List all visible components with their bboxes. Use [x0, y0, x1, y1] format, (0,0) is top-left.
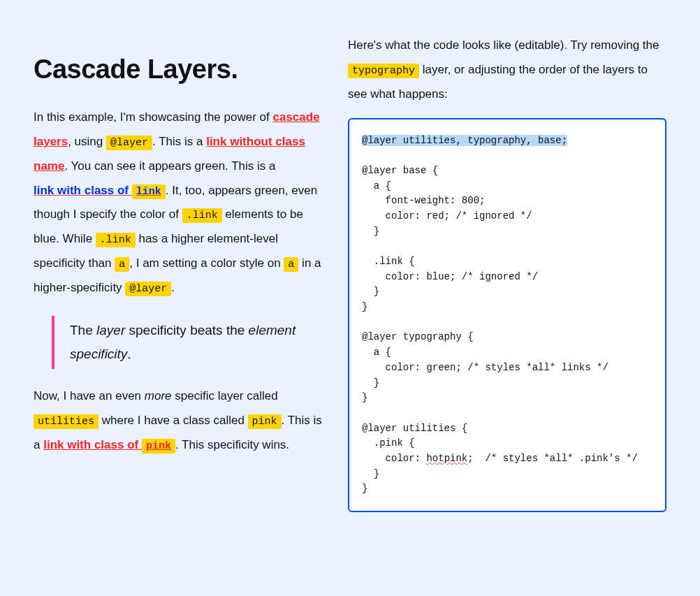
code-line[interactable]: color: green; /* styles *all* links */: [362, 362, 608, 373]
code-line[interactable]: .pink {: [362, 437, 415, 449]
link-text: link with class of: [34, 184, 132, 197]
text: , I am setting a color style on: [129, 256, 284, 270]
em-layer: layer: [96, 323, 125, 337]
text: In this example, I'm showcasing the powe…: [34, 110, 272, 124]
link-text: link with class of: [43, 438, 142, 451]
code-pink: pink: [248, 414, 282, 429]
blockquote: The layer specificity beats the element …: [52, 316, 327, 369]
code-content[interactable]: @layer utilities, typography, base; @lay…: [362, 133, 652, 497]
code-dot-link: .link: [182, 208, 222, 223]
code-intro: Here's what the code looks like (editabl…: [348, 34, 666, 107]
code-layer: @layer: [106, 136, 152, 150]
code-line[interactable]: }: [362, 377, 379, 388]
code-line[interactable]: }: [362, 468, 379, 479]
code-utilities: utilities: [34, 414, 99, 429]
code-spellwave[interactable]: hotpink: [426, 453, 467, 464]
code-line[interactable]: a {: [362, 347, 391, 358]
code-line[interactable]: ; /* styles *all* .pink's */: [467, 453, 638, 464]
code-line[interactable]: }: [362, 392, 367, 403]
text: where I have a class called: [99, 414, 248, 427]
left-column: Cascade Layers. In this example, I'm sho…: [34, 34, 327, 512]
page: Cascade Layers. In this example, I'm sho…: [0, 0, 700, 546]
code-pink-inline: pink: [142, 439, 175, 453]
code-line[interactable]: }: [362, 301, 367, 312]
code-line[interactable]: }: [362, 226, 379, 237]
code-layer: @layer: [125, 282, 171, 296]
text: , using: [68, 135, 106, 148]
code-line[interactable]: @layer utilities {: [362, 423, 467, 434]
code-line[interactable]: a {: [362, 180, 391, 191]
paragraph-2: Now, I have an even more specific layer …: [34, 384, 327, 458]
text: . You can see it appears green. This is …: [64, 159, 275, 173]
code-line[interactable]: color: red; /* ignored */: [362, 210, 532, 221]
code-dot-link: .link: [96, 233, 136, 247]
code-editor[interactable]: @layer utilities, typography, base; @lay…: [348, 118, 666, 513]
text: . This is a: [152, 135, 206, 148]
link-with-class-pink[interactable]: link with class of pink: [43, 438, 175, 451]
right-column: Here's what the code looks like (editabl…: [348, 34, 666, 512]
code-line[interactable]: }: [362, 483, 367, 494]
text: Now, I have an even: [34, 389, 145, 402]
text: .: [127, 347, 131, 361]
paragraph-1: In this example, I'm showcasing the powe…: [34, 106, 327, 300]
em-more: more: [145, 389, 172, 402]
text: .: [171, 281, 175, 294]
text: . This specificity wins.: [175, 438, 289, 451]
code-typography: typography: [348, 64, 419, 78]
code-line[interactable]: font-weight: 800;: [362, 195, 485, 206]
code-selected-line[interactable]: @layer utilities, typography, base;: [362, 135, 567, 146]
text: specificity beats the: [125, 323, 248, 337]
code-a: a: [284, 257, 298, 272]
text: The: [70, 323, 96, 337]
code-line[interactable]: .link {: [362, 256, 415, 267]
link-with-class-link[interactable]: link with class of link: [34, 184, 166, 197]
code-line[interactable]: color:: [362, 453, 426, 464]
text: specific layer called: [172, 389, 278, 402]
code-line[interactable]: @layer base {: [362, 165, 438, 176]
code-line[interactable]: }: [362, 286, 379, 297]
code-link-inline: link: [132, 184, 166, 199]
text: Here's what the code looks like (editabl…: [348, 38, 659, 52]
code-line[interactable]: color: blue; /* ignored */: [362, 271, 538, 282]
code-line[interactable]: @layer typography {: [362, 331, 474, 342]
code-a: a: [115, 257, 129, 272]
page-title: Cascade Layers.: [34, 54, 327, 85]
